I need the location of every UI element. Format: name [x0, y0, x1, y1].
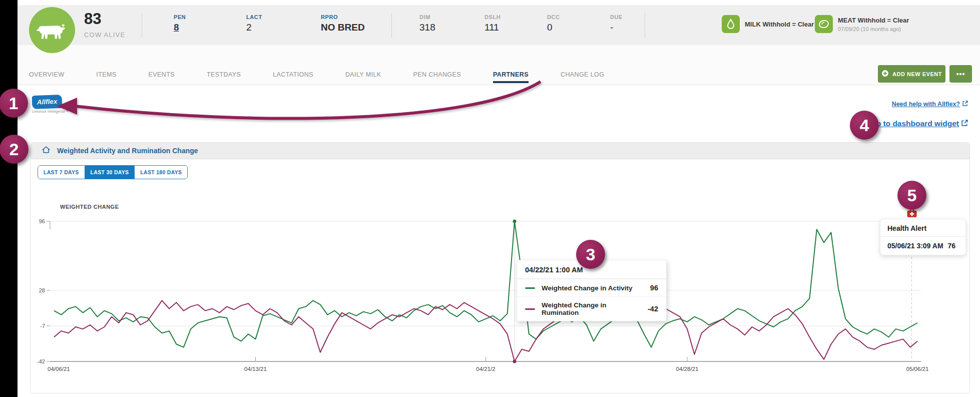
tab-items[interactable]: ITEMS [96, 71, 116, 83]
external-link-icon [962, 101, 968, 108]
chart-tooltip: 04/22/21 1:00 AM Weighted Change in Acti… [517, 260, 667, 321]
panel-header: Weighted Activity and Rumination Change [31, 143, 969, 159]
need-help-label: Need help with Allflex? [892, 101, 960, 108]
tooltip-activity-label: Weighted Change in Activity [542, 284, 646, 292]
meat-withhold-date: 07/09/20 (10 months ago) [838, 26, 901, 32]
stat-dim-value: 318 [419, 22, 435, 33]
tab-change-log[interactable]: CHANGE LOG [561, 71, 604, 83]
range-last-30-days-button[interactable]: LAST 30 DAYS [85, 166, 135, 179]
health-alert-popup: Health Alert 05/06/21 3:09 AM 76 [880, 219, 966, 255]
stat-due-label: DUE [610, 14, 623, 20]
rumination-series-swatch [525, 308, 535, 310]
range-button-group: LAST 7 DAYS LAST 30 DAYS LAST 180 DAYS [38, 165, 188, 179]
stat-dcc-label: DCC [547, 14, 560, 20]
ellipsis-icon: ••• [956, 70, 965, 78]
go-to-dashboard-widget-link[interactable]: Go to dashboard widget [870, 119, 968, 128]
tab-pen-changes[interactable]: PEN CHANGES [413, 71, 461, 83]
svg-text:04/06/21: 04/06/21 [48, 366, 70, 372]
add-new-event-button[interactable]: ADD NEW EVENT [878, 65, 945, 83]
allflex-logo-text: Allflex [37, 98, 57, 106]
stat-dim: DIM 318 [419, 14, 435, 33]
health-alert-title: Health Alert [880, 219, 965, 237]
tab-lactations[interactable]: LACTATIONS [273, 71, 313, 83]
meat-withhold-status: MEAT Withhold = Clear [838, 17, 909, 24]
svg-text:04/28/21: 04/28/21 [676, 366, 699, 372]
annotation-circle-4: 4 [850, 111, 879, 140]
stat-lact: LACT 2 [246, 14, 262, 33]
divider [391, 13, 392, 38]
stat-due: DUE - [610, 14, 623, 33]
range-last-180-days-button[interactable]: LAST 180 DAYS [134, 166, 187, 179]
stat-dslh: DSLH 111 [484, 14, 501, 33]
annotation-circle-2: 2 [0, 135, 29, 164]
left-black-strip [0, 0, 18, 397]
allflex-logo[interactable]: Allflex Livestock Intelligence™ [32, 95, 69, 113]
more-options-button[interactable]: ••• [949, 65, 972, 83]
tab-events[interactable]: EVENTS [149, 71, 175, 83]
home-icon [42, 146, 51, 156]
stat-dslh-label: DSLH [484, 14, 501, 20]
dashboard-link-label: Go to dashboard widget [870, 119, 959, 128]
plus-icon [881, 70, 889, 78]
tab-testdays[interactable]: TESTDAYS [207, 71, 241, 83]
divider [142, 13, 142, 38]
stat-pen-label: PEN [174, 14, 186, 20]
stat-rpro-label: RPRO [321, 14, 365, 20]
svg-text:28: 28 [39, 287, 45, 293]
annotation-circle-1: 1 [0, 89, 28, 118]
tab-partners[interactable]: PARTNERS [493, 71, 529, 83]
meat-icon [815, 15, 833, 33]
svg-text:05/06/21: 05/06/21 [906, 366, 929, 372]
svg-text:04/13/21: 04/13/21 [244, 366, 267, 372]
svg-text:-42: -42 [37, 358, 45, 364]
tab-daily-milk[interactable]: DAILY MILK [345, 71, 381, 83]
stat-rpro-value: NO BRED [321, 22, 365, 33]
annotation-circle-3: 3 [576, 240, 605, 269]
svg-text:04/21/2: 04/21/2 [476, 366, 495, 372]
milk-withhold-status: MILK Withhold = Clear [745, 21, 814, 28]
allflex-logo-subtext: Livestock Intelligence™ [32, 110, 69, 113]
cow-status-label: COW ALIVE [84, 31, 125, 39]
cow-detail-page: 83 COW ALIVE PEN 8 LACT 2 RPRO NO BRED D… [0, 0, 980, 397]
stat-dslh-value: 111 [484, 22, 501, 33]
range-last-7-days-button[interactable]: LAST 7 DAYS [38, 166, 85, 179]
pen-link[interactable]: 8 [174, 22, 186, 33]
stat-due-value: - [610, 22, 623, 33]
health-alert-time: 05/06/21 3:09 AM [887, 242, 943, 250]
add-new-event-label: ADD NEW EVENT [892, 71, 942, 77]
tab-overview[interactable]: OVERVIEW [29, 71, 64, 83]
milk-drop-icon [722, 15, 740, 33]
stat-dim-label: DIM [419, 14, 435, 20]
stat-rpro: RPRO NO BRED [321, 14, 365, 33]
health-alert-value: 76 [948, 242, 956, 250]
svg-text:96: 96 [39, 218, 45, 224]
tab-bar: OVERVIEW ITEMS EVENTS TESTDAYS LACTATION… [29, 45, 604, 83]
health-alert-detail: 05/06/21 3:09 AM 76 [880, 237, 965, 255]
stat-dcc: DCC 0 [547, 14, 560, 33]
cow-number: 83 [84, 10, 101, 28]
tooltip-rumination-value: -42 [648, 305, 658, 313]
y-axis-title: WEIGHTED CHANGE [60, 204, 119, 210]
activity-rumination-chart[interactable]: 9628-7-4204/06/2104/13/2104/21/204/28/21… [30, 210, 970, 380]
cow-icon [37, 18, 68, 42]
tooltip-activity-value: 96 [650, 284, 658, 292]
stat-dcc-value: 0 [547, 22, 560, 33]
divider [645, 13, 645, 38]
need-help-link[interactable]: Need help with Allflex? [892, 101, 968, 108]
tooltip-activity-row: Weighted Change in Activity 96 [517, 279, 666, 296]
annotation-circle-5: 5 [897, 181, 926, 210]
tooltip-rumination-label: Weighted Change in Rumination [542, 301, 644, 316]
stat-lact-label: LACT [246, 14, 262, 20]
external-link-icon [961, 119, 968, 128]
panel-title: Weighted Activity and Rumination Change [57, 147, 198, 155]
tooltip-rumination-row: Weighted Change in Rumination -42 [517, 296, 666, 321]
stat-pen: PEN 8 [174, 14, 186, 33]
stat-lact-value: 2 [246, 22, 262, 33]
svg-text:-7: -7 [40, 323, 45, 329]
activity-series-swatch [525, 287, 535, 289]
